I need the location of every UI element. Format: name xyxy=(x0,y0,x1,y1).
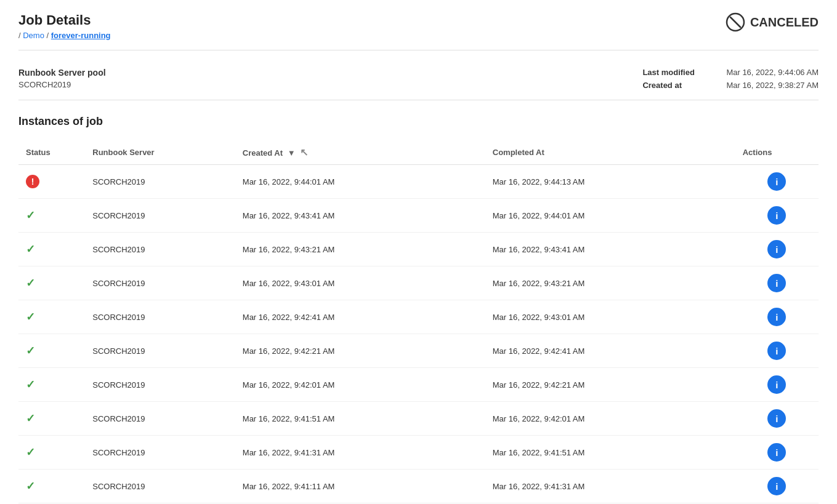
table-row: !SCORCH2019Mar 16, 2022, 9:44:01 AMMar 1… xyxy=(18,165,819,199)
info-button[interactable]: i xyxy=(767,240,786,258)
status-cell: ✓ xyxy=(18,436,85,470)
success-status-icon: ✓ xyxy=(26,446,35,458)
completed-at-cell: Mar 16, 2022, 9:41:51 AM xyxy=(485,436,735,470)
actions-cell: i xyxy=(735,165,819,199)
status-cell: ✓ xyxy=(18,300,85,334)
actions-cell: i xyxy=(735,334,819,368)
status-label: CANCELED xyxy=(750,15,819,30)
server-cell: SCORCH2019 xyxy=(85,233,235,266)
success-status-icon: ✓ xyxy=(26,378,35,391)
created-at-cell: Mar 16, 2022, 9:43:01 AM xyxy=(235,266,485,300)
meta-left: Runbook Server pool SCORCH2019 xyxy=(18,68,106,89)
status-cell: ✓ xyxy=(18,266,85,300)
success-status-icon: ✓ xyxy=(26,277,35,289)
actions-cell: i xyxy=(735,368,819,402)
last-modified-label: Last modified xyxy=(642,68,716,77)
created-at-label: Created at xyxy=(642,81,716,90)
created-at-cell: Mar 16, 2022, 9:44:01 AM xyxy=(235,165,485,199)
error-status-icon: ! xyxy=(26,175,39,188)
success-status-icon: ✓ xyxy=(26,412,35,425)
success-status-icon: ✓ xyxy=(26,480,35,492)
last-modified-value: Mar 16, 2022, 9:44:06 AM xyxy=(726,68,819,77)
created-at-cell: Mar 16, 2022, 9:41:11 AM xyxy=(235,470,485,503)
created-at-row: Created at Mar 16, 2022, 9:38:27 AM xyxy=(642,81,819,90)
instances-title: Instances of job xyxy=(18,115,819,128)
header-left: Job Details / Demo / forever-running xyxy=(18,12,111,40)
pool-label: Runbook Server pool xyxy=(18,68,106,78)
completed-at-cell: Mar 16, 2022, 9:42:41 AM xyxy=(485,334,735,368)
info-button[interactable]: i xyxy=(767,477,786,495)
col-header-status: Status xyxy=(18,140,85,165)
status-cell: ✓ xyxy=(18,233,85,266)
server-cell: SCORCH2019 xyxy=(85,300,235,334)
info-button[interactable]: i xyxy=(767,342,786,360)
success-status-icon: ✓ xyxy=(26,243,35,255)
server-cell: SCORCH2019 xyxy=(85,199,235,233)
breadcrumb: / Demo / forever-running xyxy=(18,31,111,40)
header: Job Details / Demo / forever-running CAN… xyxy=(18,12,819,50)
created-at-cell: Mar 16, 2022, 9:42:41 AM xyxy=(235,300,485,334)
completed-at-cell: Mar 16, 2022, 9:43:41 AM xyxy=(485,233,735,266)
created-at-cell: Mar 16, 2022, 9:41:51 AM xyxy=(235,402,485,436)
last-modified-row: Last modified Mar 16, 2022, 9:44:06 AM xyxy=(642,68,819,77)
info-button[interactable]: i xyxy=(767,308,786,326)
completed-at-cell: Mar 16, 2022, 9:41:31 AM xyxy=(485,470,735,503)
created-at-cell: Mar 16, 2022, 9:42:21 AM xyxy=(235,334,485,368)
status-cell: ! xyxy=(18,165,85,199)
created-at-cell: Mar 16, 2022, 9:43:41 AM xyxy=(235,199,485,233)
table-row: ✓SCORCH2019Mar 16, 2022, 9:43:41 AMMar 1… xyxy=(18,199,819,233)
created-at-cell: Mar 16, 2022, 9:43:21 AM xyxy=(235,233,485,266)
table-row: ✓SCORCH2019Mar 16, 2022, 9:42:41 AMMar 1… xyxy=(18,300,819,334)
col-header-actions: Actions xyxy=(735,140,819,165)
success-status-icon: ✓ xyxy=(26,345,35,357)
meta-right: Last modified Mar 16, 2022, 9:44:06 AM C… xyxy=(642,68,819,90)
actions-cell: i xyxy=(735,470,819,503)
breadcrumb-forever-running-link[interactable]: forever-running xyxy=(51,31,111,40)
breadcrumb-separator2: / xyxy=(47,31,51,40)
server-cell: SCORCH2019 xyxy=(85,470,235,503)
actions-cell: i xyxy=(735,266,819,300)
created-at-cell: Mar 16, 2022, 9:41:31 AM xyxy=(235,436,485,470)
completed-at-cell: Mar 16, 2022, 9:44:01 AM xyxy=(485,199,735,233)
info-button[interactable]: i xyxy=(767,172,786,191)
success-status-icon: ✓ xyxy=(26,311,35,323)
status-cell: ✓ xyxy=(18,368,85,402)
info-button[interactable]: i xyxy=(767,409,786,428)
server-cell: SCORCH2019 xyxy=(85,402,235,436)
completed-at-cell: Mar 16, 2022, 9:42:01 AM xyxy=(485,402,735,436)
server-cell: SCORCH2019 xyxy=(85,368,235,402)
server-cell: SCORCH2019 xyxy=(85,334,235,368)
info-button[interactable]: i xyxy=(767,375,786,394)
table-row: ✓SCORCH2019Mar 16, 2022, 9:41:11 AMMar 1… xyxy=(18,470,819,503)
breadcrumb-demo-link[interactable]: Demo xyxy=(23,31,44,40)
pool-value: SCORCH2019 xyxy=(18,80,106,89)
status-cell: ✓ xyxy=(18,199,85,233)
completed-at-cell: Mar 16, 2022, 9:43:21 AM xyxy=(485,266,735,300)
sort-arrow-icon: ▼ xyxy=(288,148,296,158)
status-cell: ✓ xyxy=(18,402,85,436)
table-row: ✓SCORCH2019Mar 16, 2022, 9:41:31 AMMar 1… xyxy=(18,436,819,470)
info-button[interactable]: i xyxy=(767,274,786,292)
created-at-value: Mar 16, 2022, 9:38:27 AM xyxy=(726,81,819,90)
completed-at-cell: Mar 16, 2022, 9:43:01 AM xyxy=(485,300,735,334)
col-header-server: Runbook Server xyxy=(85,140,235,165)
actions-cell: i xyxy=(735,402,819,436)
instances-table: Status Runbook Server Created At ▼ ↖ Com… xyxy=(18,140,819,503)
created-at-cell: Mar 16, 2022, 9:42:01 AM xyxy=(235,368,485,402)
table-body: !SCORCH2019Mar 16, 2022, 9:44:01 AMMar 1… xyxy=(18,165,819,503)
success-status-icon: ✓ xyxy=(26,209,35,222)
cursor-icon: ↖ xyxy=(300,147,308,158)
meta-section: Runbook Server pool SCORCH2019 Last modi… xyxy=(18,60,819,100)
table-header: Status Runbook Server Created At ▼ ↖ Com… xyxy=(18,140,819,165)
actions-cell: i xyxy=(735,300,819,334)
info-button[interactable]: i xyxy=(767,443,786,462)
server-cell: SCORCH2019 xyxy=(85,266,235,300)
table-row: ✓SCORCH2019Mar 16, 2022, 9:43:21 AMMar 1… xyxy=(18,233,819,266)
page-container: Job Details / Demo / forever-running CAN… xyxy=(0,0,837,504)
actions-cell: i xyxy=(735,233,819,266)
svg-line-1 xyxy=(730,17,740,27)
info-button[interactable]: i xyxy=(767,206,786,225)
completed-at-cell: Mar 16, 2022, 9:44:13 AM xyxy=(485,165,735,199)
actions-cell: i xyxy=(735,199,819,233)
col-header-created[interactable]: Created At ▼ ↖ xyxy=(235,140,485,165)
